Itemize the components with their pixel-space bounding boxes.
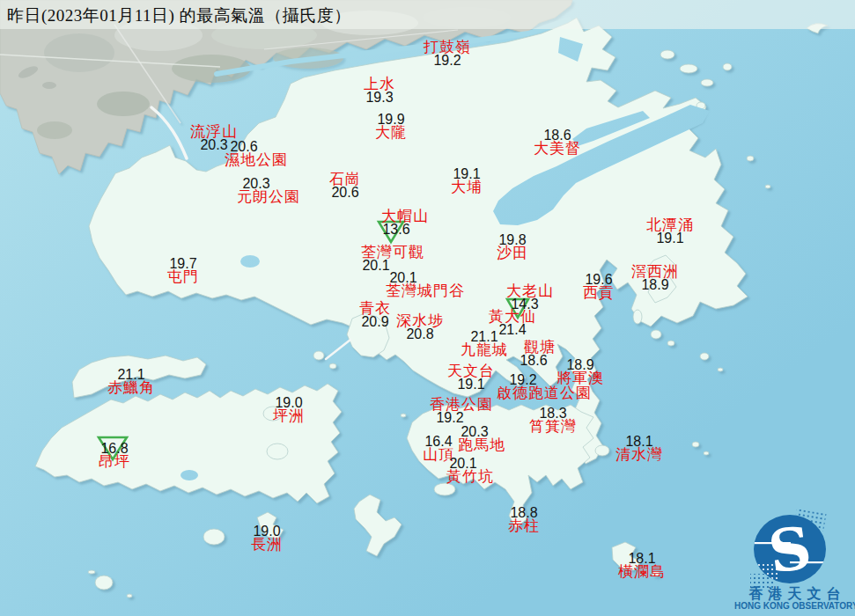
map-title: 昨日(2023年01月11日) 的最高氣溫（攝氏度） xyxy=(7,4,351,27)
hko-max-temperature-map: S 打鼓嶺19.2上水19.319.9大隴18.6大美督流浮山20.320.6濕… xyxy=(0,0,855,616)
shek-pik-reservoir xyxy=(181,470,198,480)
hong-kong-territory-map: S xyxy=(0,0,855,616)
tai-lam-reservoir xyxy=(240,255,260,268)
hko-logo-text: 香港天文台 HONG KONG OBSERVATORY xyxy=(734,586,855,612)
hko-name-english: HONG KONG OBSERVATORY xyxy=(734,601,855,612)
hko-name-chinese: 香港天文台 xyxy=(734,586,855,601)
